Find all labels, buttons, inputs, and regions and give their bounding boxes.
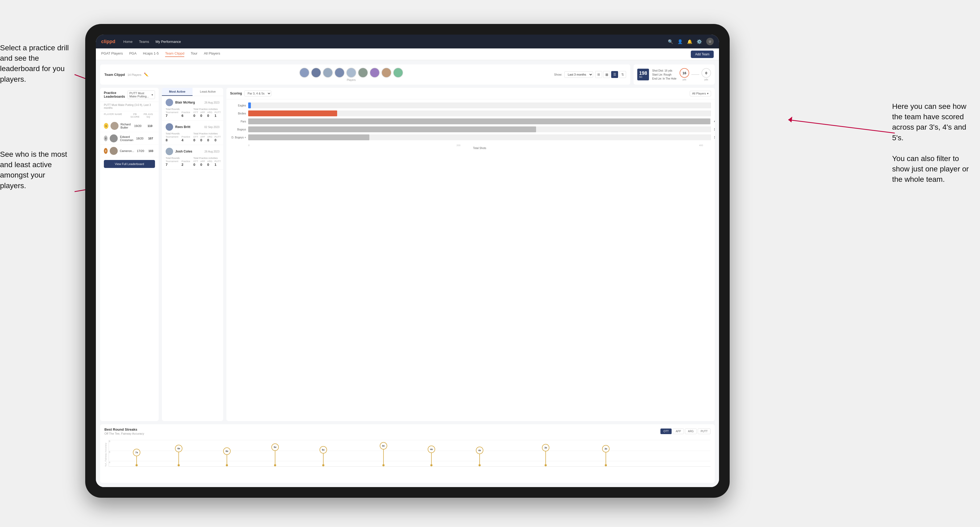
y-axis-label: %A, Fairway Accuracy <box>104 440 107 467</box>
chart-row-eagles: Eagles 3 <box>230 103 711 108</box>
player-date: 26 Aug 2023 <box>205 101 220 104</box>
subnav-pgat[interactable]: PGAT Players <box>101 51 123 57</box>
player-name: Edward Crossman <box>120 135 133 141</box>
bottom-title: Best Round Streaks <box>104 427 144 432</box>
bar-container: 3 <box>248 103 711 108</box>
settings-icon[interactable]: ⚙️ <box>697 39 702 44</box>
navbar: clippd Home Teams My Performance 🔍 👤 🔔 ⚙… <box>96 35 719 48</box>
table-row: 1 Richard Butler 19/20 110 <box>100 120 159 132</box>
activity-player-header: Josh Coles 26 Aug 2023 <box>165 148 220 155</box>
leaderboard-panel: Practice Leaderboards PUTT Must Make Put… <box>100 88 159 421</box>
filter-putt-button[interactable]: PUTT <box>698 429 711 434</box>
show-label: Show: <box>554 73 562 76</box>
search-icon[interactable]: 🔍 <box>668 39 673 44</box>
subnav-links: PGAT Players PGA Hcaps 1-5 Team Clippd T… <box>101 51 691 57</box>
filter-ott-button[interactable]: OTT <box>660 429 671 434</box>
total-rounds-section: Total Rounds Tournament 8 Practice 4 <box>165 132 190 142</box>
nav-my-performance[interactable]: My Performance <box>156 40 181 44</box>
player-avatar <box>346 68 356 78</box>
player-score: 18/20 <box>135 137 144 140</box>
chevron-down-icon: ▾ <box>707 92 709 95</box>
best-round-streaks-section: Best Round Streaks Off The Tee, Fairway … <box>100 424 715 483</box>
add-team-button[interactable]: Add Team <box>691 51 714 58</box>
table-row: 2 Edward Crossman 18/20 107 <box>100 132 159 145</box>
chart-row-dbogeys: D. Bogeys + 131 <box>230 135 711 140</box>
player-date: 26 Aug 2023 <box>205 150 220 153</box>
scoring-title: Scoring <box>230 92 242 95</box>
grid-small-icon[interactable]: ⊞ <box>595 71 602 78</box>
shot-info-card: 198 SC Shot Dist: 16 yds Start Lie: Roug… <box>633 64 715 85</box>
show-controls: Show: Last 3 months ⊞ ▦ ☰ ⇅ <box>554 71 626 78</box>
player-avatar <box>393 68 403 78</box>
chevron-down-icon: ▾ <box>151 93 153 97</box>
table-row: 3 Cameron... 17/20 103 <box>100 145 159 157</box>
chart-x-title: Total Shots <box>248 147 711 149</box>
bottom-section-header: Best Round Streaks Off The Tee, Fairway … <box>104 427 711 435</box>
bar-container: 499 <box>248 119 711 124</box>
show-select[interactable]: Last 3 months <box>564 71 593 78</box>
subnav-tour[interactable]: Tour <box>191 51 197 57</box>
tab-most-active[interactable]: Most Active <box>162 88 192 96</box>
annotation-top-left: Select a practice drill and see the lead… <box>0 43 75 84</box>
navbar-links: Home Teams My Performance <box>123 40 668 44</box>
player-name: Cameron... <box>120 149 134 152</box>
tab-least-active[interactable]: Least Active <box>192 88 223 96</box>
chart-row-pars: Pars 499 <box>230 119 711 124</box>
filter-arg-button[interactable]: ARG <box>685 429 697 434</box>
subnav-pga[interactable]: PGA <box>129 51 136 57</box>
view-full-leaderboard-button[interactable]: View Full Leaderboard <box>104 160 155 168</box>
total-rounds-section: Total Rounds Tournament 7 Practice 2 <box>165 157 190 167</box>
svg-marker-5 <box>788 117 792 122</box>
player-avatar <box>370 68 380 78</box>
streak-pin: 4x <box>380 442 387 466</box>
team-header: Team Clippd 14 Players ✏️ <box>100 64 630 85</box>
annotation-right: Here you can see how the team have score… <box>892 101 977 185</box>
subnav-hcaps[interactable]: Hcaps 1-5 <box>143 51 159 57</box>
streak-pin: 3x <box>602 445 609 466</box>
player-avatar <box>110 135 118 142</box>
practice-activities-section: Total Practice Activities OTT 0 APP 0 <box>193 108 221 117</box>
chart-row-bogeys: Bogeys 311 <box>230 126 711 132</box>
activity-player-header: Blair McHarg 26 Aug 2023 <box>165 99 220 106</box>
rank-badge: 3 <box>104 148 108 154</box>
subnav-team-clippd[interactable]: Team Clippd <box>165 51 184 57</box>
player-score: 19/20 <box>133 124 143 127</box>
bar-birdies <box>248 110 337 116</box>
shot-badge: 198 SC <box>637 69 649 80</box>
streak-pin: 3x <box>542 444 549 466</box>
player-avatar <box>165 123 173 131</box>
player-name: Josh Coles <box>175 149 202 153</box>
filter-app-button[interactable]: APP <box>673 429 684 434</box>
people-icon[interactable]: 👤 <box>678 39 683 44</box>
bar-container: 131 <box>248 135 711 140</box>
streak-pin: 4x <box>476 447 483 466</box>
scoring-par-filter[interactable]: Par 3, 4 & 5s <box>244 90 271 96</box>
player-avg: 110 <box>145 124 155 127</box>
scoring-player-filter[interactable]: All Players ▾ <box>690 91 711 96</box>
bar-container: 96 <box>248 110 711 116</box>
player-avatar <box>110 147 118 155</box>
practice-activities-section: Total Practice Activities OTT 0 APP 0 <box>193 132 221 142</box>
bell-icon[interactable]: 🔔 <box>687 39 692 44</box>
panels-row: Practice Leaderboards PUTT Must Make Put… <box>100 88 715 421</box>
leaderboard-dropdown[interactable]: PUTT Must Make Putting... ▾ <box>127 90 155 99</box>
players-label: Players <box>347 78 355 81</box>
player-avatar <box>299 68 309 78</box>
filter-icon[interactable]: ⇅ <box>619 71 626 78</box>
nav-home[interactable]: Home <box>123 40 133 44</box>
streak-pin: 6x <box>223 448 231 466</box>
tablet-device: clippd Home Teams My Performance 🔍 👤 🔔 ⚙… <box>85 24 730 498</box>
leaderboard-subtitle: PUTT Must Make Putting (3-6 ft), Last 3 … <box>100 102 159 111</box>
player-avatar <box>358 68 368 78</box>
player-avatar <box>323 68 333 78</box>
subnav-all-players[interactable]: All Players <box>204 51 220 57</box>
streak-pin: 7x <box>133 449 140 466</box>
bar-bogeys <box>248 126 536 132</box>
list-icon[interactable]: ☰ <box>611 71 618 78</box>
shot-details: Shot Dist: 16 yds Start Lie: Rough End L… <box>652 69 676 81</box>
edit-icon[interactable]: ✏️ <box>144 72 148 77</box>
nav-teams[interactable]: Teams <box>139 40 149 44</box>
chart-row-birdies: Birdies 96 <box>230 110 711 116</box>
user-avatar[interactable]: U <box>706 38 714 45</box>
grid-large-icon[interactable]: ▦ <box>603 71 610 78</box>
